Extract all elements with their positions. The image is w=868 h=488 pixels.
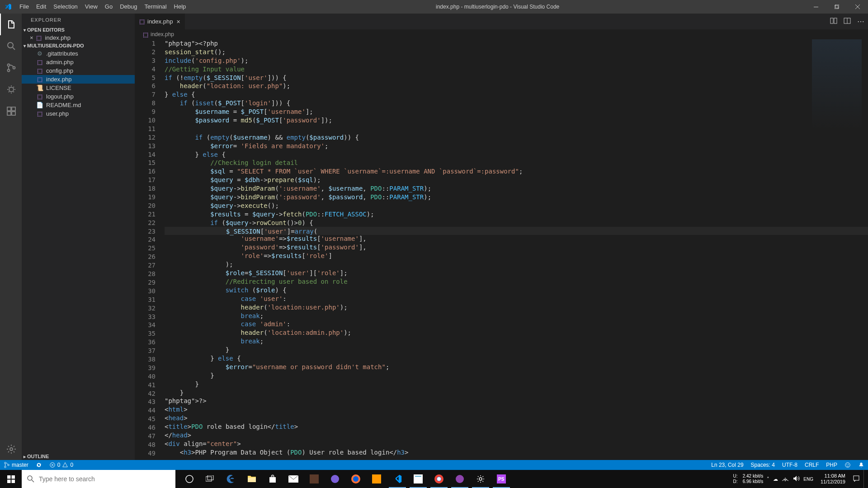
task-view-icon[interactable] xyxy=(200,470,221,488)
svg-text:PS: PS xyxy=(498,477,505,482)
file-item[interactable]: 📄README.md xyxy=(22,101,135,109)
svg-rect-27 xyxy=(11,479,14,483)
tray-volume-icon[interactable] xyxy=(793,475,800,483)
status-branch-label: master xyxy=(12,462,28,468)
activity-extensions-icon[interactable] xyxy=(0,100,22,122)
open-editor-label: index.php xyxy=(45,34,71,41)
chrome-icon[interactable] xyxy=(429,470,449,488)
app-icon-2[interactable] xyxy=(325,470,345,488)
file-item[interactable]: ⚙.gitattributes xyxy=(22,49,135,58)
status-cursor[interactable]: Ln 23, Col 29 xyxy=(708,462,747,468)
file-icon: 📄 xyxy=(36,102,43,108)
menu-terminal[interactable]: Terminal xyxy=(141,0,170,14)
tray-onedrive-icon[interactable]: ☁ xyxy=(773,476,778,482)
menu-go[interactable]: Go xyxy=(101,0,116,14)
show-desktop[interactable] xyxy=(863,470,866,488)
sublime-icon[interactable] xyxy=(366,470,387,488)
file-explorer-icon[interactable] xyxy=(241,470,262,488)
phpstorm-icon[interactable]: PS xyxy=(491,470,512,488)
status-errors: 0 xyxy=(57,462,61,468)
status-feedback[interactable] xyxy=(841,462,854,468)
maximize-button[interactable] xyxy=(826,0,847,14)
menu-view[interactable]: View xyxy=(81,0,101,14)
status-branch[interactable]: master xyxy=(0,462,32,468)
main-area: Explorer ▾ Open Editors × ⬚ index.php ▾ … xyxy=(0,14,868,460)
vscode-taskbar-icon[interactable] xyxy=(387,470,408,488)
split-editor-icon[interactable] xyxy=(844,17,851,26)
svg-rect-33 xyxy=(310,474,319,483)
svg-rect-26 xyxy=(7,479,10,483)
code-editor[interactable]: 1234567891011121314151617181920212223242… xyxy=(135,39,868,460)
close-icon[interactable]: × xyxy=(30,34,33,41)
activity-search-icon[interactable] xyxy=(0,35,22,57)
activity-explorer-icon[interactable] xyxy=(0,14,22,35)
menu-debug[interactable]: Debug xyxy=(116,0,141,14)
tray-network-icon[interactable] xyxy=(782,475,789,483)
window-controls xyxy=(806,0,868,14)
minimap[interactable] xyxy=(812,39,862,130)
svg-rect-8 xyxy=(7,107,11,111)
cortana-icon[interactable] xyxy=(179,470,200,488)
titlebar: File Edit Selection View Go Debug Termin… xyxy=(0,0,868,14)
section-project[interactable]: ▾ multiuserlogin-pdo xyxy=(22,42,135,49)
mail-icon[interactable] xyxy=(283,470,304,488)
status-spaces[interactable]: Spaces: 4 xyxy=(747,462,778,468)
menu-help[interactable]: Help xyxy=(170,0,190,14)
close-icon[interactable]: × xyxy=(176,18,180,25)
file-label: config.php xyxy=(46,67,73,74)
svg-rect-10 xyxy=(7,112,11,115)
more-icon[interactable]: ⋯ xyxy=(857,17,864,26)
file-item[interactable]: ⬚user.php xyxy=(22,109,135,118)
tray-clock[interactable]: 11:08 AM 11/12/2019 xyxy=(817,473,849,485)
file-item[interactable]: ⬚index.php xyxy=(22,75,135,84)
status-lang[interactable]: PHP xyxy=(822,462,841,468)
menu-selection[interactable]: Selection xyxy=(50,0,81,14)
activity-scm-icon[interactable] xyxy=(0,57,22,79)
svg-rect-1 xyxy=(835,5,838,9)
tray-notifications-icon[interactable] xyxy=(853,475,860,483)
tab-index-php[interactable]: ⬚ index.php × xyxy=(135,14,185,29)
activity-settings-icon[interactable] xyxy=(0,438,22,460)
svg-rect-2 xyxy=(835,5,839,8)
tray-chevron-icon[interactable]: ˄ xyxy=(767,476,769,482)
status-bell[interactable] xyxy=(854,462,868,468)
menu-file[interactable]: File xyxy=(16,0,33,14)
php-file-icon: ⬚ xyxy=(143,31,148,38)
notepad-icon[interactable] xyxy=(408,470,429,488)
taskbar-search[interactable] xyxy=(22,470,175,488)
close-button[interactable] xyxy=(847,0,868,14)
file-item[interactable]: ⬚admin.php xyxy=(22,58,135,66)
file-item[interactable]: ⬚config.php xyxy=(22,66,135,75)
svg-point-6 xyxy=(13,67,15,69)
breadcrumb[interactable]: ⬚ index.php xyxy=(135,29,868,39)
activity-debug-icon[interactable] xyxy=(0,79,22,100)
settings-taskbar-icon[interactable] xyxy=(470,470,491,488)
store-icon[interactable] xyxy=(262,470,283,488)
menu-bar: File Edit Selection View Go Debug Termin… xyxy=(16,0,189,14)
taskbar: PS U: 2.42 kbit/s D: 6.96 kbit/s ˄ ☁ ENG… xyxy=(0,470,868,488)
start-button[interactable] xyxy=(0,470,22,488)
svg-point-4 xyxy=(8,64,10,66)
file-item[interactable]: 📜LICENSE xyxy=(22,84,135,92)
file-item[interactable]: ⬚logout.php xyxy=(22,92,135,101)
status-eol[interactable]: CRLF xyxy=(801,462,822,468)
app-icon-1[interactable] xyxy=(304,470,325,488)
compare-icon[interactable] xyxy=(830,17,837,26)
minimize-button[interactable] xyxy=(806,0,826,14)
menu-edit[interactable]: Edit xyxy=(33,0,50,14)
taskbar-search-input[interactable] xyxy=(39,475,170,483)
tray-lang-icon[interactable]: ENG xyxy=(803,477,813,482)
code-content[interactable]: "phptag"><?phpsession_start();include('c… xyxy=(165,39,868,460)
net-monitor[interactable]: U: 2.42 kbit/s D: 6.96 kbit/s xyxy=(733,474,764,484)
section-outline[interactable]: ▸ Outline xyxy=(22,453,135,460)
section-open-editors[interactable]: ▾ Open Editors xyxy=(22,26,135,33)
svg-point-19 xyxy=(8,464,9,466)
open-editor-item[interactable]: × ⬚ index.php xyxy=(22,33,135,42)
status-sync[interactable] xyxy=(32,462,46,468)
firefox-icon[interactable] xyxy=(345,470,366,488)
status-problems[interactable]: 0 0 xyxy=(46,462,77,468)
status-encoding[interactable]: UTF-8 xyxy=(778,462,801,468)
svg-point-12 xyxy=(10,448,13,450)
edge-icon[interactable] xyxy=(221,470,241,488)
app-icon-3[interactable] xyxy=(449,470,470,488)
